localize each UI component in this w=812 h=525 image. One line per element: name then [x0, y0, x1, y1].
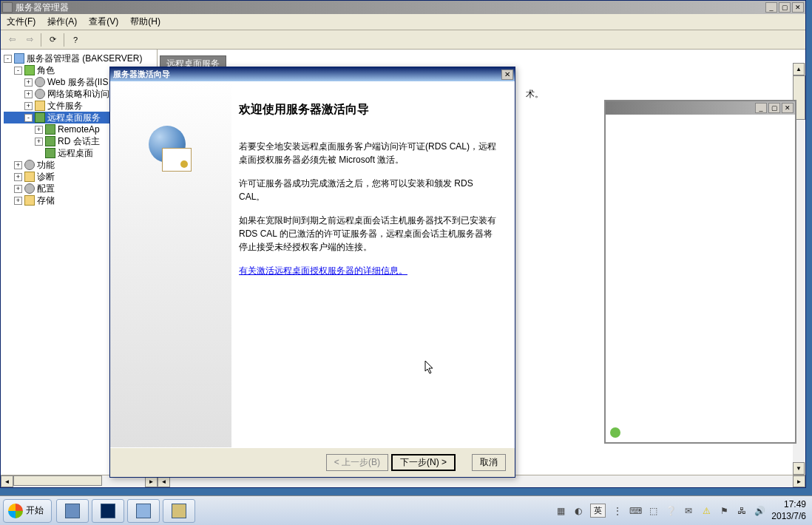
- background-text-fragment: 术。: [526, 88, 544, 101]
- wizard-paragraph-1: 若要安全地安装远程桌面服务客户端访问许可证(RDS CAL)，远程桌面授权服务器…: [239, 140, 500, 166]
- dialog-title: 服务器激活向导: [112, 69, 501, 80]
- taskbar: 开始 ▦ ◐ 英 ⋮ ⌨ ⬚ ❔ ✉ ⚠ ⚑ 🖧 🔊 17:49 2013/7/…: [0, 495, 812, 525]
- app-icon: [2, 2, 13, 13]
- security-icon[interactable]: ⚠: [700, 505, 712, 517]
- help-button[interactable]: ?: [67, 32, 84, 48]
- role-icon: [35, 89, 45, 99]
- remote-icon: [45, 148, 55, 158]
- menu-view[interactable]: 查看(V): [83, 14, 124, 30]
- scroll-left-button[interactable]: ◄: [1, 475, 13, 487]
- window-title: 服务器管理器: [16, 1, 765, 14]
- rds-icon: [35, 112, 45, 123]
- child-minimize-button[interactable]: _: [755, 103, 767, 113]
- tree-root[interactable]: - 服务器管理器 (BAKSERVER): [4, 52, 157, 64]
- collapse-icon[interactable]: -: [14, 67, 22, 75]
- close-button[interactable]: ✕: [792, 2, 804, 13]
- system-tray: ▦ ◐ 英 ⋮ ⌨ ⬚ ❔ ✉ ⚠ ⚑ 🖧 🔊 17:49 2013/7/6: [549, 496, 812, 525]
- expand-icon[interactable]: +: [14, 173, 22, 181]
- wizard-back-button: < 上一步(B): [326, 454, 388, 471]
- volume-icon[interactable]: 🔊: [754, 505, 765, 517]
- wizard-graphic: [141, 126, 200, 185]
- expand-icon[interactable]: +: [14, 185, 22, 193]
- dialog-titlebar[interactable]: 服务器激活向导 ✕: [110, 67, 515, 81]
- wizard-content: 欢迎使用服务器激活向导 若要安全地安装远程桌面服务客户端访问许可证(RDS CA…: [231, 81, 515, 447]
- minimize-button[interactable]: _: [765, 2, 777, 13]
- taskbar-show-desktop[interactable]: [127, 499, 160, 523]
- network-icon[interactable]: 🖧: [736, 505, 748, 517]
- wizard-next-button[interactable]: 下一步(N) >: [391, 454, 456, 471]
- server-manager-icon: [65, 504, 80, 518]
- help-icon[interactable]: ❔: [665, 505, 677, 517]
- menu-action[interactable]: 操作(A): [41, 14, 83, 30]
- tree-label: 网络策略和访问: [47, 88, 109, 100]
- clock-time: 17:49: [771, 499, 806, 511]
- start-label: 开始: [26, 504, 44, 517]
- start-button[interactable]: 开始: [3, 499, 52, 523]
- tray-icon[interactable]: ⬚: [647, 505, 659, 517]
- expand-icon[interactable]: +: [24, 102, 33, 110]
- tray-icon[interactable]: ⋮: [612, 505, 623, 517]
- child-maximize-button[interactable]: ▢: [768, 103, 780, 113]
- maximize-button[interactable]: ▢: [779, 2, 791, 13]
- flag-icon[interactable]: ⚑: [718, 505, 730, 517]
- taskbar-server-manager[interactable]: [56, 499, 89, 523]
- tree-root-label: 服务器管理器 (BAKSERVER): [27, 52, 142, 64]
- refresh-button[interactable]: ⟳: [44, 32, 61, 48]
- child-close-button[interactable]: ✕: [782, 103, 794, 113]
- wizard-paragraph-3: 如果在宽限时间到期之前远程桌面会话主机服务器找不到已安装有 RDS CAL 的已…: [239, 214, 500, 254]
- tray-icon[interactable]: ▦: [555, 505, 566, 517]
- taskbar-licensing[interactable]: [163, 499, 195, 523]
- wizard-paragraph-2: 许可证服务器成功完成激活之后，您将可以安装和颁发 RDS CAL。: [239, 177, 500, 203]
- licensing-icon: [172, 504, 186, 518]
- tray-keyboard-icon[interactable]: ⌨: [629, 505, 641, 517]
- tray-icon[interactable]: ◐: [572, 505, 584, 517]
- session-icon: [45, 136, 55, 146]
- tree-label: Web 服务器(IIS: [47, 76, 108, 88]
- expand-icon[interactable]: +: [24, 90, 33, 98]
- expand-icon[interactable]: +: [35, 138, 43, 146]
- features-icon: [24, 160, 35, 170]
- windows-logo-icon: [8, 504, 23, 518]
- tree-label: 诊断: [37, 171, 55, 183]
- folder-icon: [35, 101, 45, 111]
- back-button[interactable]: ⇦: [4, 32, 20, 48]
- storage-icon: [24, 195, 35, 206]
- scroll-thumb[interactable]: [13, 475, 102, 486]
- wizard-cancel-button[interactable]: 取消: [472, 454, 506, 471]
- clock-date: 2013/7/6: [771, 511, 806, 523]
- tree-label: 远程桌面: [58, 147, 93, 159]
- taskbar-powershell[interactable]: [92, 499, 124, 523]
- scroll-down-button[interactable]: ▼: [793, 462, 805, 475]
- desktop-icon: [136, 504, 151, 518]
- remoteapp-icon: [45, 124, 55, 135]
- scroll-up-button[interactable]: ▲: [793, 63, 805, 75]
- collapse-icon[interactable]: -: [24, 114, 33, 122]
- expand-icon[interactable]: +: [24, 78, 33, 87]
- ime-indicator[interactable]: 英: [590, 504, 606, 518]
- scroll-right-button[interactable]: ►: [793, 475, 805, 487]
- activation-wizard-dialog: 服务器激活向导 ✕ 欢迎使用服务器激活向导 若要安全地安装远程桌面服务客户端访问…: [109, 67, 515, 478]
- tree-label: 存储: [37, 194, 55, 206]
- tree-label: RemoteAp: [58, 123, 100, 135]
- menu-file[interactable]: 文件(F): [1, 14, 41, 30]
- child-window[interactable]: _ ▢ ✕: [604, 100, 796, 444]
- wizard-sidebar: [110, 81, 231, 447]
- dialog-close-button[interactable]: ✕: [501, 70, 513, 80]
- taskbar-clock[interactable]: 17:49 2013/7/6: [771, 499, 806, 522]
- certificate-icon: [162, 148, 192, 172]
- toolbar: ⇦ ⇨ ⟳ ?: [1, 30, 805, 50]
- config-icon: [24, 183, 35, 194]
- powershell-icon: [101, 504, 115, 518]
- tree-label: RD 会话主: [58, 135, 100, 147]
- tree-label: 远程桌面服务: [47, 112, 101, 123]
- expand-icon[interactable]: +: [14, 197, 22, 205]
- wizard-info-link[interactable]: 有关激活远程桌面授权服务器的详细信息。: [239, 265, 407, 276]
- menu-help[interactable]: 帮助(H): [124, 14, 166, 30]
- collapse-icon[interactable]: -: [4, 55, 12, 63]
- expand-icon[interactable]: +: [14, 161, 22, 169]
- expand-icon[interactable]: +: [35, 126, 43, 134]
- tray-icon[interactable]: ✉: [683, 505, 694, 517]
- main-titlebar[interactable]: 服务器管理器 _ ▢ ✕: [1, 1, 805, 14]
- role-icon: [35, 77, 45, 87]
- forward-button[interactable]: ⇨: [21, 32, 38, 48]
